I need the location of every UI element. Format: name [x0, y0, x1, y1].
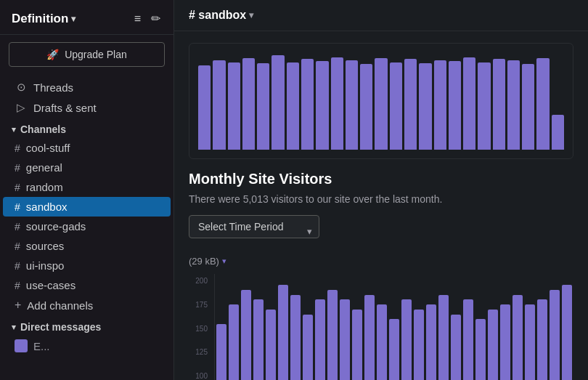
bottom-bar: [414, 310, 424, 380]
sidebar-item-cool-stuff[interactable]: # cool-stuff: [3, 138, 171, 158]
sidebar-item-source-gads[interactable]: # source-gads: [3, 217, 171, 236]
channel-name[interactable]: # sandbox ▾: [189, 9, 253, 22]
bottom-bar: [475, 319, 486, 380]
sidebar-item-threads[interactable]: ⊙ Threads: [3, 77, 171, 97]
sidebar-item-ui-inspo[interactable]: # ui-inspo: [3, 256, 171, 275]
top-bar: [449, 61, 461, 150]
top-bar: [331, 57, 343, 150]
y-label-200: 200: [189, 277, 211, 285]
bottom-bar: [229, 304, 239, 380]
filter-button[interactable]: ≡: [133, 11, 142, 27]
sidebar-item-random[interactable]: # random: [3, 177, 171, 197]
edit-button[interactable]: ✏: [150, 10, 162, 27]
top-chart: [189, 43, 573, 159]
bottom-bar: [266, 310, 276, 380]
workspace-chevron: ▾: [71, 14, 75, 24]
bottom-bar: [352, 310, 362, 380]
bottom-bar: [364, 295, 375, 381]
channels-caret-icon: ▾: [12, 125, 16, 134]
sidebar-item-drafts[interactable]: ▷ Drafts & sent: [3, 97, 171, 118]
sidebar-item-sandbox[interactable]: # sandbox: [3, 197, 171, 217]
sidebar: Definition ▾ ≡ ✏ 🚀 Upgrade Plan ⊙ Thread…: [0, 0, 174, 380]
workspace-name[interactable]: Definition ▾: [12, 12, 75, 26]
edit-icon: ✏: [151, 12, 160, 25]
hash-icon: #: [15, 280, 20, 291]
top-bar: [228, 62, 240, 150]
bottom-bar: [315, 299, 325, 380]
top-bar: [198, 65, 211, 150]
main-content: # sandbox ▾ Monthly Site Visitors There …: [174, 0, 588, 380]
channel-label: general: [26, 161, 62, 174]
sidebar-item-dm-1[interactable]: E...: [3, 336, 171, 356]
avatar: [15, 339, 28, 352]
bottom-bar: [253, 299, 264, 380]
bottom-bar: [488, 310, 498, 380]
top-bar: [346, 60, 358, 150]
top-bar: [478, 62, 490, 150]
bottom-bar: [290, 295, 301, 381]
monthly-desc: There were 5,013 visitors to our site ov…: [189, 193, 573, 205]
channel-label: source-gads: [26, 220, 86, 233]
bottom-chart-bars: [214, 274, 573, 380]
bottom-bar: [537, 299, 547, 380]
dm-label: E...: [33, 340, 50, 352]
filter-icon: ≡: [134, 12, 141, 25]
time-period-select[interactable]: Select Time Period Last Month Last Quart…: [189, 215, 319, 238]
channel-header: # sandbox ▾: [174, 0, 588, 31]
channels-section-label: Channels: [20, 124, 66, 135]
top-bar: [522, 64, 534, 150]
bottom-bar: [377, 304, 387, 380]
bottom-bar: [340, 299, 350, 380]
top-bar: [301, 59, 314, 150]
top-bar: [213, 60, 225, 150]
top-bar: [434, 60, 446, 150]
top-bar: [419, 63, 431, 150]
upgrade-plan-button[interactable]: 🚀 Upgrade Plan: [9, 42, 165, 67]
bottom-bar: [438, 295, 449, 381]
upgrade-label: Upgrade Plan: [65, 49, 127, 60]
y-label-150: 150: [189, 325, 211, 333]
top-bar: [271, 55, 284, 150]
bottom-bar: [451, 315, 461, 381]
chart-y-labels: 200 175 150 125 100: [189, 274, 211, 380]
content-area: Monthly Site Visitors There were 5,013 v…: [174, 31, 588, 380]
channels-section-header[interactable]: ▾ Channels: [0, 118, 173, 138]
sidebar-item-sources[interactable]: # sources: [3, 236, 171, 256]
dm-section-header[interactable]: ▾ Direct messages: [0, 315, 173, 336]
file-size-badge: (29 kB) ▾: [189, 256, 573, 267]
drafts-label: Drafts & sent: [33, 102, 97, 114]
top-bar: [507, 60, 520, 150]
bottom-bar: [303, 315, 313, 381]
top-bar: [536, 58, 549, 150]
add-channels-button[interactable]: + Add channels: [3, 295, 171, 315]
top-bar: [316, 61, 328, 150]
dm-caret-icon: ▾: [12, 323, 16, 332]
sidebar-header-icons: ≡ ✏: [133, 10, 162, 27]
hash-icon: #: [15, 182, 20, 193]
top-chart-bars: [198, 55, 564, 150]
sidebar-item-use-cases[interactable]: # use-cases: [3, 275, 171, 295]
file-size-text: (29 kB): [189, 256, 219, 267]
top-bar: [552, 115, 564, 150]
y-label-100: 100: [189, 372, 211, 380]
channel-name-text: # sandbox: [189, 9, 246, 22]
file-size-arrow-icon: ▾: [222, 256, 226, 266]
bottom-bar: [216, 324, 226, 380]
drafts-icon: ▷: [15, 101, 28, 114]
bottom-bar: [401, 299, 412, 380]
top-bar: [404, 59, 417, 150]
top-bar: [257, 63, 269, 150]
bottom-bar: [327, 290, 338, 380]
sidebar-item-general[interactable]: # general: [3, 158, 171, 177]
channel-label: sandbox: [26, 201, 68, 213]
y-label-125: 125: [189, 348, 211, 356]
sidebar-nav: ⊙ Threads ▷ Drafts & sent ▾ Channels # c…: [0, 74, 173, 380]
hash-icon: #: [15, 260, 20, 272]
add-channels-label: Add channels: [27, 299, 93, 312]
bottom-chart: 200 175 150 125 100: [189, 274, 573, 380]
bottom-bar: [426, 304, 436, 380]
channel-label: random: [26, 181, 63, 193]
top-bar: [375, 58, 387, 150]
top-bar: [463, 57, 475, 150]
bottom-bar: [513, 295, 523, 381]
